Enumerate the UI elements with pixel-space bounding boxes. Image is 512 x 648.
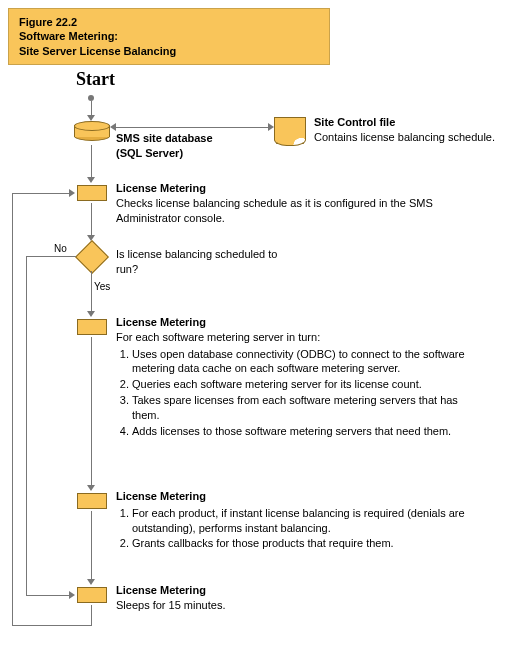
edge-loop-v2 bbox=[12, 193, 13, 625]
figure-title-line1: Software Metering: bbox=[19, 29, 319, 43]
lm3-list: For each product, if instant license bal… bbox=[116, 506, 486, 552]
edge-loop-h2 bbox=[12, 193, 70, 194]
figure-title-box: Figure 22.2 Software Metering: Site Serv… bbox=[8, 8, 330, 65]
lm1-label: License Metering Checks license balancin… bbox=[116, 181, 446, 226]
db-label-line2: (SQL Server) bbox=[116, 146, 256, 161]
lm4-node bbox=[77, 587, 107, 603]
lm3-label: License Metering For each product, if in… bbox=[116, 489, 486, 552]
db-icon bbox=[74, 121, 110, 141]
lm2-node bbox=[77, 319, 107, 335]
edge-no-h1 bbox=[26, 256, 76, 257]
site-control-heading: Site Control file bbox=[314, 115, 500, 130]
site-control-text: Contains license balancing schedule. bbox=[314, 130, 500, 145]
arrow-no-lm4 bbox=[69, 591, 75, 599]
figure-title-line2: Site Server License Balancing bbox=[19, 44, 319, 58]
edge-no-h2 bbox=[26, 595, 70, 596]
edge-lm1-dec bbox=[91, 203, 92, 237]
edge-dec-lm2 bbox=[91, 271, 92, 313]
flowchart: Start SMS site database (SQL Server) Sit… bbox=[8, 65, 504, 648]
lm1-heading: License Metering bbox=[116, 181, 446, 196]
decision-no: No bbox=[54, 243, 67, 254]
decision-yes: Yes bbox=[94, 281, 110, 292]
edge-lm2-lm3 bbox=[91, 337, 92, 487]
lm1-node bbox=[77, 185, 107, 201]
lm3-item-1: For each product, if instant license bal… bbox=[132, 506, 486, 536]
arrow-db-lm1 bbox=[87, 177, 95, 183]
db-label: SMS site database (SQL Server) bbox=[116, 131, 256, 161]
decision-node bbox=[75, 240, 109, 274]
lm2-list: Uses open database connectivity (ODBC) t… bbox=[116, 347, 476, 439]
edge-loop-h bbox=[12, 625, 92, 626]
lm4-label: License Metering Sleeps for 15 minutes. bbox=[116, 583, 416, 613]
lm2-label: License Metering For each software meter… bbox=[116, 315, 476, 440]
edge-lm3-lm4 bbox=[91, 511, 92, 581]
site-control-file-label: Site Control file Contains license balan… bbox=[314, 115, 500, 145]
lm4-heading: License Metering bbox=[116, 583, 416, 598]
site-control-file-icon bbox=[274, 117, 306, 140]
lm2-item-3: Takes spare licenses from each software … bbox=[132, 393, 476, 423]
lm2-heading: License Metering bbox=[116, 315, 476, 330]
arrow-dec-lm2 bbox=[87, 311, 95, 317]
edge-no-v bbox=[26, 256, 27, 595]
start-label: Start bbox=[76, 69, 115, 90]
arrow-db-sitectl-left bbox=[110, 123, 116, 131]
arrow-db-sitectl-right bbox=[268, 123, 274, 131]
decision-label: Is license balancing scheduled to run? bbox=[116, 247, 296, 277]
lm2-item-4: Adds licenses to those software metering… bbox=[132, 424, 476, 439]
lm2-intro: For each software metering server in tur… bbox=[116, 330, 476, 345]
lm4-text: Sleeps for 15 minutes. bbox=[116, 598, 416, 613]
lm3-heading: License Metering bbox=[116, 489, 486, 504]
figure-number: Figure 22.2 bbox=[19, 15, 319, 29]
lm2-item-1: Uses open database connectivity (ODBC) t… bbox=[132, 347, 476, 377]
edge-loop-v1 bbox=[91, 605, 92, 625]
arrow-lm3-lm4 bbox=[87, 579, 95, 585]
lm3-node bbox=[77, 493, 107, 509]
lm1-text: Checks license balancing schedule as it … bbox=[116, 196, 446, 226]
edge-db-lm1 bbox=[91, 145, 92, 179]
lm3-item-2: Grants callbacks for those products that… bbox=[132, 536, 486, 551]
edge-db-sitectl bbox=[114, 127, 270, 128]
db-label-line1: SMS site database bbox=[116, 131, 256, 146]
lm2-item-2: Queries each software metering server fo… bbox=[132, 377, 476, 392]
arrow-lm2-lm3 bbox=[87, 485, 95, 491]
arrow-loop-lm1 bbox=[69, 189, 75, 197]
